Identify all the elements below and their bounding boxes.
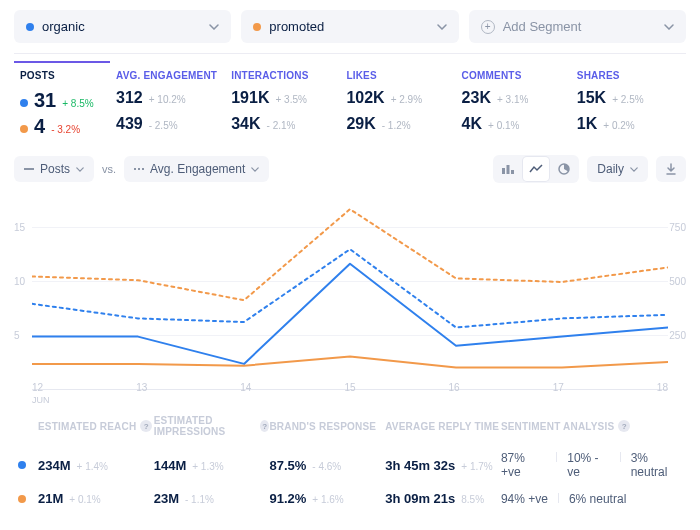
left-metric-selector[interactable]: Posts (14, 156, 94, 182)
right-metric-selector[interactable]: Avg. Engagement (124, 156, 269, 182)
chart-svg (32, 191, 668, 373)
divider (14, 53, 686, 54)
metric-delta: + 2.9% (391, 94, 422, 105)
plus-icon: + (481, 20, 495, 34)
help-icon[interactable]: ? (618, 420, 630, 432)
metric-delta: + 2.5% (612, 94, 643, 105)
resp-delta: + 1.6% (312, 494, 343, 505)
table-row: 21M+ 0.1% 23M- 1.1% 91.2%+ 1.6% 3h 09m 2… (14, 485, 686, 512)
y-tick: 750 (669, 222, 686, 233)
metric-col-likes[interactable]: LIKES 102K+ 2.9% 29K- 1.2% (340, 64, 455, 151)
line-dashed-icon (134, 168, 144, 170)
y-tick: 15 (14, 222, 25, 233)
x-axis-labels: 12131415161718 (32, 382, 668, 393)
sent-neu: 3% neutral (631, 451, 668, 479)
add-segment-label: Add Segment (503, 19, 582, 34)
impr-delta: - 1.1% (185, 494, 214, 505)
sent-pos: 87% +ve (501, 451, 525, 479)
chevron-down-icon (664, 24, 674, 30)
chevron-down-icon (630, 167, 638, 172)
th-reply: AVERAGE REPLY TIME (385, 415, 501, 437)
segment-label: promoted (269, 19, 324, 34)
metric-delta: - 3.2% (51, 124, 80, 135)
dot-organic (20, 99, 28, 107)
metric-value: 312 (116, 89, 143, 107)
reply-delta: 8.5% (461, 494, 484, 505)
metric-delta: - 2.1% (267, 120, 296, 131)
th-impressions: ESTIMATED IMPRESSIONS? (154, 415, 270, 437)
th-sentiment: SENTIMENT ANALYSIS? (501, 415, 686, 437)
y-tick: 10 (14, 276, 25, 287)
metric-col-comments[interactable]: COMMENTS 23K+ 3.1% 4K+ 0.1% (456, 64, 571, 151)
metric-value: 439 (116, 115, 143, 133)
help-icon[interactable]: ? (260, 420, 269, 432)
resp-value: 87.5% (269, 458, 306, 473)
line-solid-icon (24, 168, 34, 170)
add-segment-button[interactable]: + Add Segment (469, 10, 686, 43)
svg-rect-0 (502, 168, 505, 174)
reply-value: 3h 45m 32s (385, 458, 455, 473)
dot-organic (18, 461, 26, 469)
bar-chart-icon[interactable] (495, 157, 521, 181)
metric-value: 1K (577, 115, 597, 133)
metric-delta: + 10.2% (149, 94, 186, 105)
right-metric-label: Avg. Engagement (150, 162, 245, 176)
metric-value: 4 (34, 115, 45, 138)
line-chart-icon[interactable] (523, 157, 549, 181)
chart-type-group (493, 155, 579, 183)
impr-value: 144M (154, 458, 187, 473)
metric-delta: - 2.5% (149, 120, 178, 131)
metric-value: 191K (231, 89, 269, 107)
y-tick: 500 (669, 276, 686, 287)
metric-delta: + 0.2% (603, 120, 634, 131)
metric-col-shares[interactable]: SHARES 15K+ 2.5% 1K+ 0.2% (571, 64, 686, 151)
resp-delta: - 4.6% (312, 461, 341, 472)
metric-header: AVG. ENGAGEMENT (116, 70, 219, 81)
y-tick: 5 (14, 330, 20, 341)
th-response: BRAND'S RESPONSE (269, 415, 385, 437)
sent-pos: 94% +ve (501, 492, 548, 506)
metric-header: COMMENTS (462, 70, 565, 81)
chart: 15 10 5 750 500 250 12131415161718 JUN (14, 191, 686, 391)
sent-neg: 10% -ve (567, 451, 598, 479)
left-metric-label: Posts (40, 162, 70, 176)
metric-value: 102K (346, 89, 384, 107)
stats-table: ESTIMATED REACH? ESTIMATED IMPRESSIONS? … (14, 415, 686, 512)
chevron-down-icon (437, 24, 447, 30)
reach-delta: + 1.4% (77, 461, 108, 472)
metric-value: 4K (462, 115, 482, 133)
table-row: 234M+ 1.4% 144M+ 1.3% 87.5%- 4.6% 3h 45m… (14, 445, 686, 485)
metric-col-interactions[interactable]: INTERACTIONS 191K+ 3.5% 34K- 2.1% (225, 64, 340, 151)
metric-delta: + 3.1% (497, 94, 528, 105)
dot-promoted (18, 495, 26, 503)
svg-rect-1 (507, 165, 510, 174)
segment-selector-organic[interactable]: organic (14, 10, 231, 43)
segment-selector-promoted[interactable]: promoted (241, 10, 458, 43)
metric-value: 31 (34, 89, 56, 112)
metric-col-engagement[interactable]: AVG. ENGAGEMENT 312+ 10.2% 439- 2.5% (110, 64, 225, 151)
metric-delta: + 3.5% (275, 94, 306, 105)
chevron-down-icon (76, 167, 84, 172)
chevron-down-icon (251, 167, 259, 172)
metric-header: POSTS (20, 70, 104, 81)
reach-value: 21M (38, 491, 63, 506)
metric-delta: + 0.1% (488, 120, 519, 131)
th-reach: ESTIMATED REACH? (38, 415, 154, 437)
impr-value: 23M (154, 491, 179, 506)
reply-value: 3h 09m 21s (385, 491, 455, 506)
x-month-label: JUN (32, 395, 50, 405)
svg-rect-2 (511, 170, 514, 174)
metric-header: LIKES (346, 70, 449, 81)
metric-col-posts[interactable]: POSTS 31+ 8.5% 4- 3.2% (14, 64, 110, 151)
interval-selector[interactable]: Daily (587, 156, 648, 182)
segment-dot-organic (26, 23, 34, 31)
metric-delta: + 8.5% (62, 98, 93, 109)
metric-value: 23K (462, 89, 491, 107)
pie-chart-icon[interactable] (551, 157, 577, 181)
metrics-summary: POSTS 31+ 8.5% 4- 3.2% AVG. ENGAGEMENT 3… (0, 64, 700, 151)
download-button[interactable] (656, 156, 686, 182)
sent-neu: 6% neutral (569, 492, 626, 506)
metric-value: 34K (231, 115, 260, 133)
metric-header: SHARES (577, 70, 680, 81)
help-icon[interactable]: ? (140, 420, 152, 432)
